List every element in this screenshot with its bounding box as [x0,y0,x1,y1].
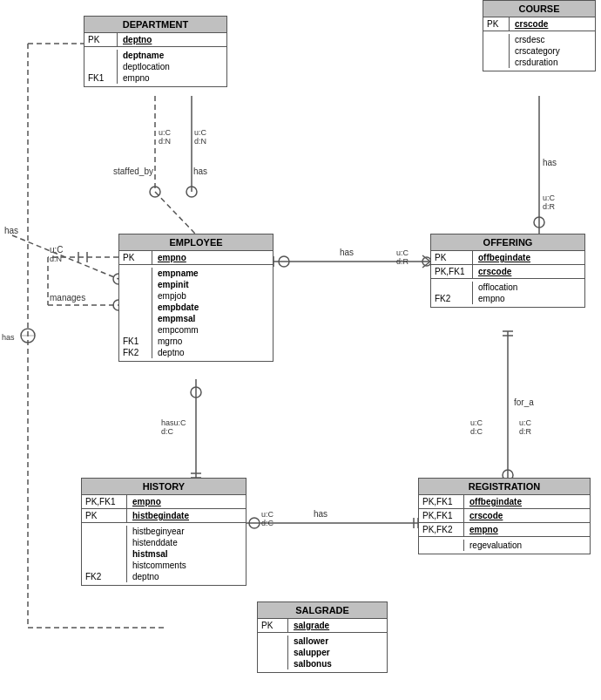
employee-title: EMPLOYEE [119,234,273,251]
svg-text:hasu:C: hasu:C [161,418,186,427]
label-has-course: has [543,158,557,167]
svg-line-1 [155,192,195,234]
entity-course: COURSE PK crscode crsdesc crscategory cr… [483,0,596,71]
svg-text:d:R: d:R [543,202,556,211]
svg-text:d:N: d:N [159,137,171,146]
svg-text:u:C: u:C [470,418,483,427]
svg-point-51 [21,329,35,343]
svg-text:u:C: u:C [261,510,274,519]
entity-department: DEPARTMENT PK deptno deptname deptlocati… [84,16,227,87]
svg-text:d:C: d:C [470,427,483,436]
svg-text:d:N: d:N [194,137,206,146]
svg-text:u:C: u:C [543,194,556,202]
svg-text:u:C: u:C [519,418,532,427]
entity-employee: EMPLOYEE PK empno empname empinit empjob… [118,234,273,362]
label-uc-dn-1: u:C [159,128,172,137]
svg-text:d:R: d:R [519,427,532,436]
diagram: staffed_by has u:C d:N u:C d:N has u:C d… [0,0,601,700]
svg-point-2 [150,187,160,197]
svg-text:u:C: u:C [396,248,409,257]
svg-text:d:N: d:N [50,255,62,263]
connector-svg: staffed_by has u:C d:N u:C d:N has u:C d… [0,0,601,700]
svg-line-13 [422,255,430,262]
label-has-emp-off: has [340,248,354,257]
salgrade-title: SALGRADE [258,602,387,619]
entity-offering: OFFERING PK offbegindate PK,FK1 crscode … [430,234,585,308]
svg-line-14 [422,262,430,268]
label-has-left: has [4,226,18,235]
label-has-dept: has [193,167,207,176]
entity-salgrade: SALGRADE PK salgrade sallower salupper s… [257,601,388,673]
svg-point-31 [191,387,201,398]
svg-text:d:C: d:C [161,427,174,436]
svg-text:d:R: d:R [396,257,409,266]
label-uc-dn-2: u:C [194,128,207,137]
department-title: DEPARTMENT [84,17,226,33]
label-staffed-by: staffed_by [113,167,153,176]
offering-title: OFFERING [431,234,584,251]
history-title: HISTORY [82,479,246,495]
svg-line-26 [12,235,118,279]
label-uc-dn-left: u:C [50,245,64,255]
label-for-a: for_a [514,398,534,407]
svg-point-8 [534,217,544,228]
svg-point-35 [249,518,260,528]
svg-text:d:C: d:C [261,519,274,527]
label-manages: manages [50,293,85,302]
entity-history: HISTORY PK,FK1 empno PK histbegindate hi… [81,478,246,586]
entity-registration: REGISTRATION PK,FK1 offbegindate PK,FK1 … [418,478,591,554]
label-has-hist-reg: has [314,509,328,519]
svg-point-4 [186,187,197,197]
svg-point-16 [279,256,289,267]
svg-text:has: has [2,333,15,342]
registration-title: REGISTRATION [419,479,590,495]
course-title: COURSE [483,1,595,17]
